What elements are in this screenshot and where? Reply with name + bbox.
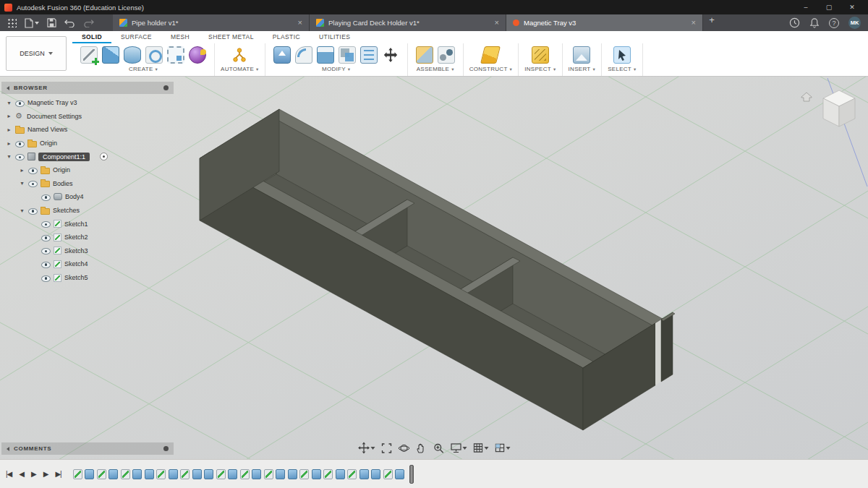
browser-item-sketch1[interactable]: Sketch1 <box>1 217 174 231</box>
home-icon[interactable] <box>801 93 812 101</box>
expand-arrow-icon[interactable] <box>6 153 12 160</box>
orbit-button[interactable] <box>399 442 410 454</box>
browser-item-document-settings[interactable]: Document Settings <box>1 110 174 124</box>
user-avatar[interactable]: MK <box>848 17 861 29</box>
tab-mesh[interactable]: MESH <box>161 31 199 43</box>
expand-arrow-icon[interactable] <box>19 207 25 214</box>
tab-close-icon[interactable]: × <box>298 19 302 27</box>
undo-icon[interactable] <box>64 18 75 27</box>
visibility-eye-icon[interactable] <box>15 98 25 107</box>
browser-item-sketches[interactable]: Sketches <box>1 204 174 218</box>
browser-item-component-origin[interactable]: Origin <box>1 163 174 177</box>
comments-panel-header[interactable]: COMMENTS <box>1 442 174 455</box>
timeline-extrude-icon[interactable] <box>169 469 178 479</box>
offset-face-icon[interactable] <box>360 46 378 64</box>
modify-dropdown[interactable]: MODIFY <box>322 66 351 74</box>
browser-item-sketch3[interactable]: Sketch3 <box>1 244 174 258</box>
workspace-switcher-button[interactable]: DESIGN <box>6 36 67 71</box>
maximize-button[interactable]: ▢ <box>817 0 841 14</box>
visibility-eye-icon[interactable] <box>28 179 38 188</box>
create-dropdown[interactable]: CREATE <box>129 66 158 74</box>
insert-icon[interactable] <box>573 46 590 64</box>
redo-icon[interactable] <box>83 18 94 27</box>
notification-bell-icon[interactable] <box>809 17 820 28</box>
move-copy-icon[interactable] <box>382 46 399 64</box>
pattern-icon[interactable] <box>167 46 184 64</box>
timeline-extrude-icon[interactable] <box>252 469 261 479</box>
timeline-extrude-icon[interactable] <box>336 469 345 479</box>
visibility-eye-icon[interactable] <box>41 260 51 268</box>
expand-arrow-icon[interactable] <box>6 140 12 147</box>
browser-item-body4[interactable]: Body4 <box>1 190 174 204</box>
select-dropdown[interactable]: SELECT <box>608 66 637 74</box>
browser-item-magnetic-tray[interactable]: Magnetic Tray v3 <box>1 96 174 110</box>
view-cube[interactable] <box>823 90 855 127</box>
visibility-eye-icon[interactable] <box>28 166 38 174</box>
automate-dropdown[interactable]: AUTOMATE <box>221 66 259 74</box>
timeline-sketch-icon[interactable] <box>121 469 130 479</box>
expand-arrow-icon[interactable] <box>19 180 25 187</box>
look-at-button[interactable] <box>416 442 427 454</box>
display-settings-button[interactable] <box>451 442 467 453</box>
timeline-extrude-icon[interactable] <box>359 469 369 479</box>
step-back-button[interactable]: ◀ <box>19 471 24 478</box>
timeline-extrude-icon[interactable] <box>132 469 142 479</box>
file-menu-button[interactable] <box>25 18 39 28</box>
assemble-dropdown[interactable]: ASSEMBLE <box>417 66 454 74</box>
joint-icon[interactable] <box>438 46 455 64</box>
timeline-sketch-icon[interactable] <box>97 469 106 479</box>
tab-surface[interactable]: SURFACE <box>111 31 161 43</box>
browser-item-sketch4[interactable]: Sketch4 <box>1 257 174 271</box>
inspect-dropdown[interactable]: INSPECT <box>524 66 556 74</box>
timeline-sketch-icon[interactable] <box>73 469 82 479</box>
tab-close-icon[interactable]: × <box>495 19 499 27</box>
browser-item-named-views[interactable]: Named Views <box>1 123 174 137</box>
insert-dropdown[interactable]: INSERT <box>569 66 596 74</box>
visibility-eye-icon[interactable] <box>41 247 51 255</box>
grid-settings-button[interactable] <box>473 442 489 453</box>
collapse-panel-icon[interactable] <box>7 86 9 90</box>
collapse-panel-icon[interactable] <box>7 447 9 451</box>
construct-dropdown[interactable]: CONSTRUCT <box>469 66 513 74</box>
timeline-extrude-icon[interactable] <box>395 469 404 479</box>
expand-arrow-icon[interactable] <box>6 100 12 106</box>
viewports-button[interactable] <box>495 442 511 453</box>
doc-tab-card-deck-holder[interactable]: Playing Card Deck Holder v1* × <box>310 14 506 31</box>
visibility-eye-icon[interactable] <box>15 139 25 147</box>
create-form-icon[interactable] <box>189 46 206 64</box>
timeline-sketch-icon[interactable] <box>240 469 250 479</box>
expand-arrow-icon[interactable] <box>6 113 12 119</box>
doc-tab-pipe-holder[interactable]: Pipe holder v1* × <box>113 14 310 31</box>
visibility-eye-icon[interactable] <box>41 192 51 201</box>
timeline-sketch-icon[interactable] <box>299 469 309 479</box>
hole-icon[interactable] <box>145 46 163 64</box>
timeline-extrude-icon[interactable] <box>276 469 285 479</box>
timeline-sketch-icon[interactable] <box>216 469 226 479</box>
panel-options-icon[interactable] <box>163 85 169 90</box>
browser-item-origin[interactable]: Origin <box>1 137 174 150</box>
create-sketch-icon[interactable] <box>80 46 98 64</box>
panel-options-icon[interactable] <box>163 446 169 451</box>
visibility-eye-icon[interactable] <box>28 206 38 215</box>
tab-plastic[interactable]: PLASTIC <box>263 31 310 43</box>
timeline-sketch-icon[interactable] <box>156 469 166 479</box>
doc-tab-magnetic-tray[interactable]: Magnetic Tray v3 × <box>506 14 703 31</box>
timeline-sketch-icon[interactable] <box>180 469 190 479</box>
expand-arrow-icon[interactable] <box>19 167 25 174</box>
timeline-extrude-icon[interactable] <box>228 469 237 479</box>
automate-icon[interactable] <box>231 46 248 64</box>
tab-close-icon[interactable]: × <box>692 19 696 27</box>
timeline-sketch-icon[interactable] <box>323 469 333 479</box>
new-component-icon[interactable] <box>416 46 433 64</box>
job-status-icon[interactable] <box>789 17 800 28</box>
timeline-extrude-icon[interactable] <box>85 469 94 479</box>
close-button[interactable]: ✕ <box>841 0 864 14</box>
timeline-extrude-icon[interactable] <box>371 469 380 479</box>
timeline-sketch-icon[interactable] <box>383 469 393 479</box>
timeline-sketch-icon[interactable] <box>347 469 357 479</box>
help-icon[interactable]: ? <box>829 18 839 28</box>
minimize-button[interactable]: – <box>794 0 817 14</box>
skip-to-end-button[interactable]: ▶| <box>55 471 61 478</box>
zoom-window-button[interactable] <box>381 442 393 454</box>
shell-icon[interactable] <box>317 46 334 64</box>
